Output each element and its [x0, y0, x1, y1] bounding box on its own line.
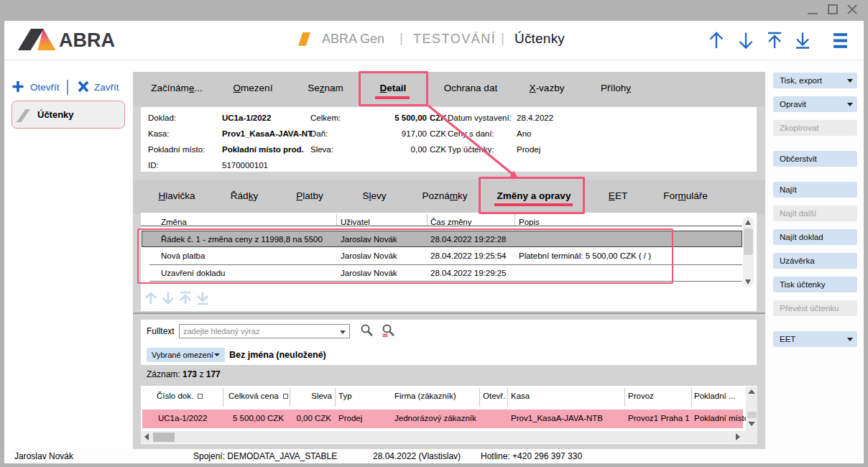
- svg-text:ABRA: ABRA: [59, 29, 115, 51]
